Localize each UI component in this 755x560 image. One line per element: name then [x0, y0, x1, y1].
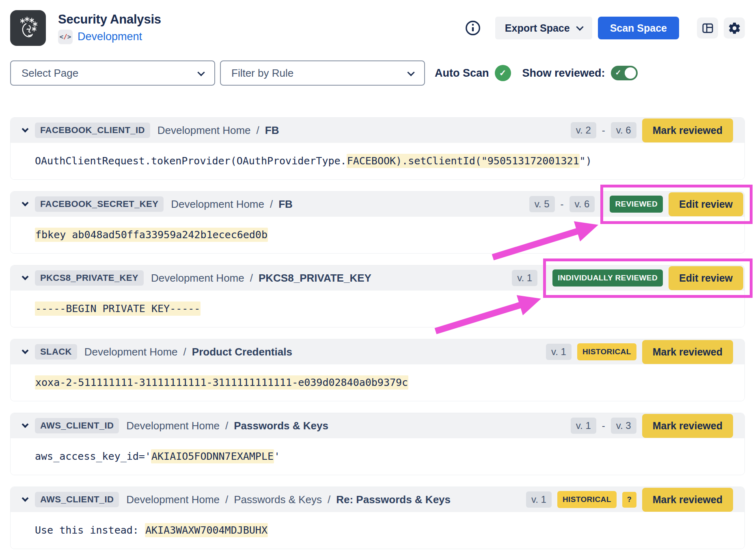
breadcrumb-item[interactable]: Development Home: [157, 124, 251, 137]
breadcrumb-item[interactable]: Development Home: [126, 420, 220, 432]
collapse-chevron-icon[interactable]: [22, 347, 29, 354]
breadcrumb: Development Home / PKCS8_PRIVATE_KEY: [151, 272, 371, 284]
breadcrumb: Development Home / Passwords & Keys: [126, 420, 328, 432]
version-pill: v. 3: [611, 418, 636, 434]
code-segment-highlighted: AKIAIO5FODNN7EXAMPLE: [151, 449, 274, 463]
finding-code: aws_access_key_id='AKIAIO5FODNN7EXAMPLE': [35, 450, 732, 463]
breadcrumb-separator: /: [225, 420, 228, 432]
info-icon: [464, 19, 481, 37]
show-reviewed-toggle[interactable]: ✓: [611, 66, 638, 80]
chevron-down-icon: [407, 69, 414, 76]
breadcrumb: Development Home / FB: [157, 124, 279, 137]
settings-button[interactable]: [724, 17, 745, 39]
code-segment-highlighted: -----BEGIN PRIVATE KEY-----: [35, 302, 201, 316]
toggle-knob: [625, 67, 636, 79]
code-segment-highlighted: fbkey ab048ad50ffa33959a242b1ecec6ed0b: [35, 228, 268, 242]
space-link[interactable]: Development: [78, 30, 142, 43]
historical-badge: HISTORICAL: [557, 491, 617, 508]
chevron-down-icon: [197, 69, 205, 76]
filter-by-rule-dropdown[interactable]: Filter by Rule: [220, 60, 425, 86]
breadcrumb-item[interactable]: Development Home: [171, 198, 264, 211]
collapse-chevron-icon[interactable]: [22, 126, 29, 133]
layout-icon: [701, 22, 714, 34]
question-badge[interactable]: ?: [622, 492, 636, 508]
space-line: </> Development: [58, 30, 161, 44]
finding-card-facebook-client-id: FACEBOOK_CLIENT_ID Development Home / FB…: [10, 117, 745, 180]
version-pill: v. 1: [571, 418, 596, 434]
finding-header: PKCS8_PRIVATE_KEY Development Home / PKC…: [11, 265, 744, 291]
finding-header: SLACK Development Home / Product Credent…: [11, 339, 744, 364]
code-segment: Use this instead:: [35, 524, 145, 536]
rule-badge: AWS_CLIENT_ID: [35, 418, 119, 433]
breadcrumb-item[interactable]: PKCS8_PRIVATE_KEY: [259, 272, 371, 284]
finding-card-aws-client-id-historical: AWS_CLIENT_ID Development Home / Passwor…: [10, 487, 745, 549]
filter-by-rule-placeholder: Filter by Rule: [231, 67, 293, 80]
scan-toggles: Auto Scan ✓ Show reviewed: ✓: [435, 65, 638, 81]
collapse-chevron-icon[interactable]: [22, 274, 29, 280]
finding-card-slack: SLACK Development Home / Product Credent…: [10, 339, 745, 401]
version-pill: v. 1: [512, 270, 537, 286]
breadcrumb-item[interactable]: FB: [265, 124, 279, 137]
export-space-button[interactable]: Export Space: [495, 17, 592, 39]
layout-panel-button[interactable]: [697, 17, 718, 39]
finding-body: aws_access_key_id='AKIAIO5FODNN7EXAMPLE': [11, 438, 744, 475]
finding-code: xoxa-2-511111111-31111111111-31111111111…: [35, 377, 732, 389]
edit-review-button[interactable]: Edit review: [669, 192, 743, 216]
finding-actions: v. 2 - v. 6 Mark reviewed: [571, 118, 733, 142]
finding-card-aws-client-id: AWS_CLIENT_ID Development Home / Passwor…: [10, 413, 745, 475]
app-logo: [10, 10, 46, 46]
chevron-down-icon: [576, 23, 583, 30]
finding-header: AWS_CLIENT_ID Development Home / Passwor…: [11, 487, 744, 512]
collapse-chevron-icon[interactable]: [22, 495, 29, 502]
version-range-separator: -: [602, 125, 605, 136]
finding-card-facebook-secret-key: FACEBOOK_SECRET_KEY Development Home / F…: [10, 191, 745, 254]
finding-code: -----BEGIN PRIVATE KEY-----: [35, 303, 732, 315]
info-button[interactable]: [464, 19, 481, 37]
mark-reviewed-button[interactable]: Mark reviewed: [642, 118, 733, 142]
annotation-highlight-box: INDIVIDUALLY REVIEWED Edit review: [543, 258, 753, 298]
version-pill: v. 1: [546, 344, 572, 360]
mark-reviewed-button[interactable]: Mark reviewed: [642, 488, 733, 512]
breadcrumb: Development Home / Passwords & Keys / Re…: [126, 493, 451, 506]
mark-reviewed-button[interactable]: Mark reviewed: [642, 340, 733, 364]
breadcrumb-item[interactable]: Re: Passwords & Keys: [336, 493, 451, 506]
breadcrumb-separator: /: [225, 493, 228, 506]
finding-header: FACEBOOK_SECRET_KEY Development Home / F…: [11, 192, 744, 217]
breadcrumb-item[interactable]: Passwords & Keys: [234, 493, 322, 506]
version-range-separator: -: [561, 198, 564, 210]
rule-badge: AWS_CLIENT_ID: [35, 492, 119, 507]
reviewed-badge: REVIEWED: [610, 196, 663, 213]
show-reviewed-label: Show reviewed:: [522, 67, 605, 80]
gear-icon: [728, 22, 741, 35]
breadcrumb-separator: /: [270, 198, 273, 211]
mark-reviewed-button[interactable]: Mark reviewed: [642, 414, 733, 438]
breadcrumb-item[interactable]: Development Home: [126, 493, 220, 506]
breadcrumb-item[interactable]: Development Home: [151, 272, 244, 284]
scan-space-button[interactable]: Scan Space: [598, 17, 679, 39]
code-segment: OAuthClientRequest.tokenProvider(OAuthPr…: [35, 155, 347, 167]
collapse-chevron-icon[interactable]: [22, 421, 29, 428]
version-pill: v. 6: [569, 196, 595, 212]
collapse-chevron-icon[interactable]: [22, 200, 29, 207]
version-range-separator: -: [602, 420, 605, 431]
space-code-icon: </>: [58, 30, 73, 44]
breadcrumb-item[interactable]: Development Home: [84, 346, 178, 358]
finding-actions: v. 1 - v. 3 Mark reviewed: [571, 414, 733, 438]
edit-review-button[interactable]: Edit review: [669, 266, 743, 290]
filter-row: Select Page Filter by Rule Auto Scan ✓ S…: [10, 60, 745, 86]
version-pill: v. 6: [611, 122, 636, 138]
finding-body: OAuthClientRequest.tokenProvider(OAuthPr…: [11, 143, 744, 179]
rule-badge: FACEBOOK_SECRET_KEY: [35, 196, 164, 212]
breadcrumb-item[interactable]: Passwords & Keys: [234, 420, 328, 432]
finding-body: Use this instead: AKIA3WAXW7004MDJBUHX: [11, 512, 744, 549]
export-space-label: Export Space: [505, 22, 570, 34]
select-page-dropdown[interactable]: Select Page: [10, 60, 215, 86]
version-pill: v. 5: [529, 196, 555, 212]
breadcrumb: Development Home / Product Credentials: [84, 346, 292, 358]
breadcrumb-item[interactable]: Product Credentials: [192, 346, 292, 358]
title-block: Security Analysis </> Development: [58, 12, 161, 44]
page-title: Security Analysis: [58, 12, 161, 27]
finding-body: xoxa-2-511111111-31111111111-31111111111…: [11, 364, 744, 401]
breadcrumb-item[interactable]: FB: [278, 198, 293, 211]
individually-reviewed-badge: INDIVIDUALLY REVIEWED: [552, 269, 663, 286]
